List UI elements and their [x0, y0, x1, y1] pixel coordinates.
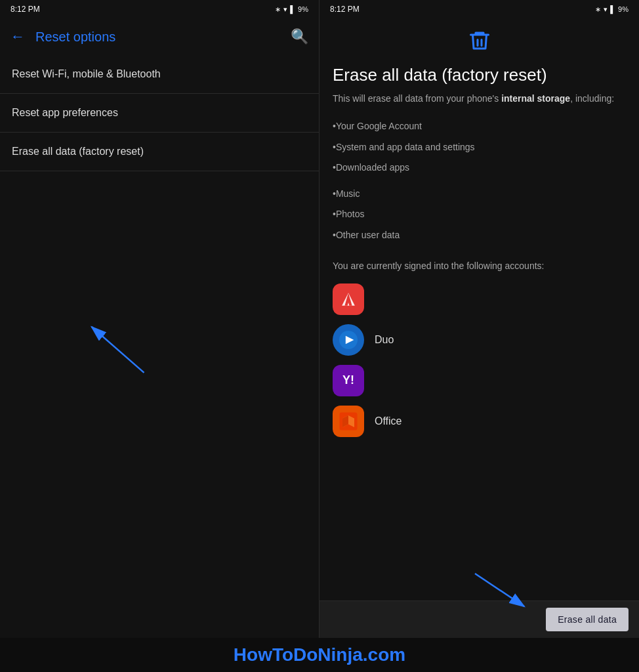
- account-row-adobe: [333, 284, 626, 315]
- right-signal-icon: ▌: [610, 5, 615, 13]
- account-row-office: Office: [333, 406, 626, 437]
- watermark: HowToDoNinja.com: [0, 638, 639, 672]
- search-button[interactable]: 🔍: [291, 28, 308, 45]
- bottom-bar-area: Erase all data: [320, 600, 639, 638]
- left-status-icons: ∗ ▾ ▌ 9%: [275, 5, 308, 14]
- menu-item-wifi[interactable]: Reset Wi-Fi, mobile & Bluetooth: [0, 55, 319, 94]
- data-item-photos: •Photos: [333, 204, 626, 225]
- wifi-icon: ▾: [283, 5, 287, 14]
- right-bluetooth-icon: ∗: [595, 5, 601, 14]
- right-wifi-icon: ▾: [604, 5, 608, 14]
- data-item-user: •Other user data: [333, 225, 626, 246]
- left-time: 8:12 PM: [10, 5, 40, 14]
- right-scroll-content[interactable]: Erase all data (factory reset) This will…: [320, 18, 639, 600]
- left-menu-content: Reset Wi-Fi, mobile & Bluetooth Reset ap…: [0, 55, 319, 638]
- erase-desc-before: This will erase all data from your phone…: [333, 93, 501, 104]
- office-name: Office: [375, 415, 402, 427]
- right-status-bar: 8:12 PM ∗ ▾ ▌ 9%: [320, 0, 639, 18]
- duo-name: Duo: [375, 334, 394, 346]
- right-time: 8:12 PM: [330, 5, 360, 14]
- adobe-icon: [333, 284, 364, 315]
- office-icon: [333, 406, 364, 437]
- data-item-google: •Your Google Account: [333, 116, 626, 137]
- right-status-icons: ∗ ▾ ▌ 9%: [595, 5, 629, 14]
- right-battery-level: 9%: [618, 5, 629, 13]
- page-title: Reset options: [35, 30, 280, 45]
- erase-all-button[interactable]: Erase all data: [546, 608, 629, 631]
- left-status-bar: 8:12 PM ∗ ▾ ▌ 9%: [0, 0, 319, 18]
- svg-line-1: [92, 327, 144, 373]
- data-item-music: •Music: [333, 184, 626, 205]
- bluetooth-icon: ∗: [275, 5, 281, 14]
- erase-desc-bold: internal storage: [501, 93, 570, 104]
- duo-icon: [333, 324, 364, 356]
- account-row-yahoo: Y!: [333, 365, 626, 396]
- bottom-bar: Erase all data: [320, 600, 639, 638]
- right-screen: 8:12 PM ∗ ▾ ▌ 9% Erase all data (factory…: [320, 0, 639, 638]
- erase-desc-after: , including:: [570, 93, 614, 104]
- accounts-description: You are currently signed into the follow…: [333, 259, 626, 273]
- menu-item-factory-reset[interactable]: Erase all data (factory reset): [0, 133, 319, 171]
- account-row-duo: Duo: [333, 324, 626, 356]
- menu-item-app-prefs[interactable]: Reset app preferences: [0, 94, 319, 133]
- left-toolbar: ← Reset options 🔍: [0, 18, 319, 55]
- data-item-system: •System and app data and settings: [333, 137, 626, 158]
- watermark-text: HowToDoNinja.com: [234, 644, 405, 665]
- battery-level: 9%: [298, 5, 308, 13]
- erase-description: This will erase all data from your phone…: [333, 92, 626, 106]
- back-button[interactable]: ←: [10, 28, 25, 45]
- signal-icon: ▌: [290, 5, 295, 13]
- trash-icon: [333, 29, 626, 57]
- erase-title: Erase all data (factory reset): [333, 65, 626, 85]
- yahoo-icon: Y!: [333, 365, 364, 396]
- left-screen: 8:12 PM ∗ ▾ ▌ 9% ← Reset options 🔍 Reset…: [0, 0, 320, 638]
- data-item-apps: •Downloaded apps: [333, 158, 626, 178]
